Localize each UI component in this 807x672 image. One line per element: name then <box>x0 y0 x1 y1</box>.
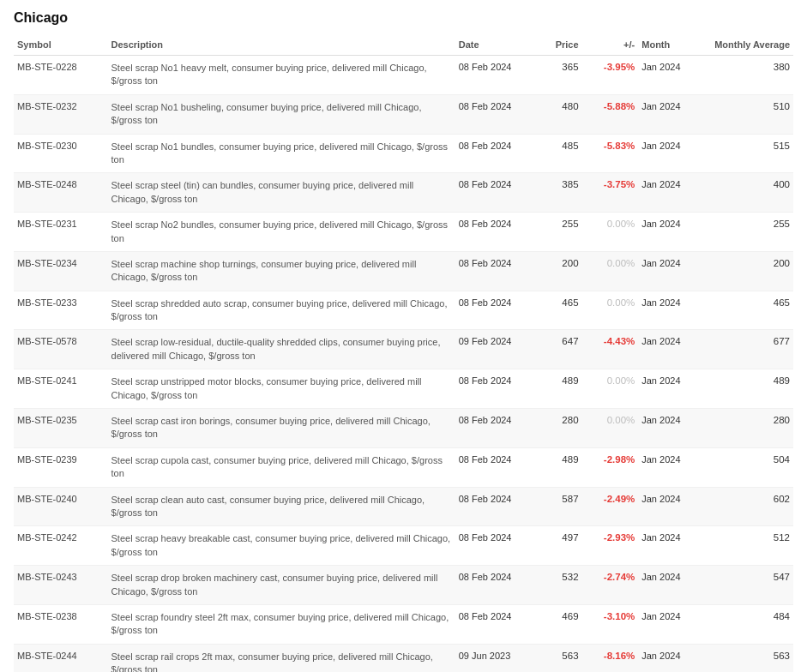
cell-change: -3.75% <box>582 173 639 213</box>
cell-month: Jan 2024 <box>638 330 699 369</box>
cell-date: 08 Feb 2024 <box>455 291 535 330</box>
cell-description: Steel scrap No2 bundles, consumer buying… <box>108 213 455 252</box>
page-title: Chicago <box>14 10 793 26</box>
cell-price: 489 <box>535 369 582 409</box>
cell-avg: 255 <box>699 213 793 252</box>
cell-symbol: MB-STE-0230 <box>14 134 108 173</box>
cell-avg: 484 <box>699 604 793 644</box>
table-row: MB-STE-0248 Steel scrap steel (tin) can … <box>14 173 793 213</box>
cell-price: 200 <box>535 251 582 291</box>
table-row: MB-STE-0232 Steel scrap No1 busheling, c… <box>14 94 793 134</box>
cell-price: 489 <box>535 447 582 487</box>
table-body: MB-STE-0228 Steel scrap No1 heavy melt, … <box>14 56 793 673</box>
cell-avg: 547 <box>699 566 793 605</box>
cell-date: 08 Feb 2024 <box>455 487 535 526</box>
cell-price: 497 <box>535 526 582 566</box>
cell-month: Jan 2024 <box>638 291 699 330</box>
cell-description: Steel scrap low-residual, ductile-qualit… <box>108 330 455 369</box>
header-date: Date <box>455 34 535 56</box>
cell-avg: 280 <box>699 409 793 448</box>
cell-month: Jan 2024 <box>638 566 699 605</box>
cell-symbol: MB-STE-0233 <box>14 291 108 330</box>
cell-month: Jan 2024 <box>638 369 699 409</box>
table-row: MB-STE-0240 Steel scrap clean auto cast,… <box>14 487 793 526</box>
prices-table: Symbol Description Date Price +/- Month … <box>14 34 793 672</box>
cell-change: 0.00% <box>582 369 639 409</box>
cell-description: Steel scrap machine shop turnings, consu… <box>108 251 455 291</box>
header-month: Month <box>638 34 699 56</box>
header-symbol: Symbol <box>14 34 108 56</box>
cell-description: Steel scrap heavy breakable cast, consum… <box>108 526 455 566</box>
cell-change: -8.16% <box>582 644 639 672</box>
cell-date: 08 Feb 2024 <box>455 409 535 448</box>
table-row: MB-STE-0233 Steel scrap shredded auto sc… <box>14 291 793 330</box>
cell-avg: 510 <box>699 94 793 134</box>
cell-month: Jan 2024 <box>638 644 699 672</box>
table-row: MB-STE-0238 Steel scrap foundry steel 2f… <box>14 604 793 644</box>
cell-symbol: MB-STE-0239 <box>14 447 108 487</box>
cell-month: Jan 2024 <box>638 56 699 95</box>
table-row: MB-STE-0228 Steel scrap No1 heavy melt, … <box>14 56 793 95</box>
table-row: MB-STE-0242 Steel scrap heavy breakable … <box>14 526 793 566</box>
cell-avg: 380 <box>699 56 793 95</box>
cell-description: Steel scrap No1 heavy melt, consumer buy… <box>108 56 455 95</box>
cell-date: 08 Feb 2024 <box>455 134 535 173</box>
cell-change: -4.43% <box>582 330 639 369</box>
cell-avg: 602 <box>699 487 793 526</box>
header-price: Price <box>535 34 582 56</box>
cell-month: Jan 2024 <box>638 409 699 448</box>
table-row: MB-STE-0235 Steel scrap cast iron boring… <box>14 409 793 448</box>
cell-price: 480 <box>535 94 582 134</box>
cell-description: Steel scrap steel (tin) can bundles, con… <box>108 173 455 213</box>
table-row: MB-STE-0234 Steel scrap machine shop tur… <box>14 251 793 291</box>
cell-change: -2.49% <box>582 487 639 526</box>
cell-description: Steel scrap shredded auto scrap, consume… <box>108 291 455 330</box>
cell-description: Steel scrap No1 bundles, consumer buying… <box>108 134 455 173</box>
cell-price: 485 <box>535 134 582 173</box>
cell-month: Jan 2024 <box>638 134 699 173</box>
cell-avg: 512 <box>699 526 793 566</box>
cell-description: Steel scrap clean auto cast, consumer bu… <box>108 487 455 526</box>
cell-description: Steel scrap foundry steel 2ft max, consu… <box>108 604 455 644</box>
cell-change: -2.74% <box>582 566 639 605</box>
cell-symbol: MB-STE-0241 <box>14 369 108 409</box>
cell-change: -2.98% <box>582 447 639 487</box>
cell-avg: 400 <box>699 173 793 213</box>
cell-date: 08 Feb 2024 <box>455 56 535 95</box>
cell-price: 280 <box>535 409 582 448</box>
header-monthly-average: Monthly Average <box>699 34 793 56</box>
header-description: Description <box>108 34 455 56</box>
cell-description: Steel scrap drop broken machinery cast, … <box>108 566 455 605</box>
cell-date: 08 Feb 2024 <box>455 94 535 134</box>
cell-symbol: MB-STE-0235 <box>14 409 108 448</box>
cell-month: Jan 2024 <box>638 94 699 134</box>
cell-description: Steel scrap cupola cast, consumer buying… <box>108 447 455 487</box>
cell-change: 0.00% <box>582 213 639 252</box>
cell-description: Steel scrap No1 busheling, consumer buyi… <box>108 94 455 134</box>
cell-price: 647 <box>535 330 582 369</box>
cell-symbol: MB-STE-0228 <box>14 56 108 95</box>
cell-change: -2.93% <box>582 526 639 566</box>
cell-symbol: MB-STE-0242 <box>14 526 108 566</box>
cell-symbol: MB-STE-0248 <box>14 173 108 213</box>
cell-avg: 489 <box>699 369 793 409</box>
cell-month: Jan 2024 <box>638 251 699 291</box>
cell-symbol: MB-STE-0234 <box>14 251 108 291</box>
cell-symbol: MB-STE-0578 <box>14 330 108 369</box>
cell-change: -3.10% <box>582 604 639 644</box>
cell-month: Jan 2024 <box>638 213 699 252</box>
cell-avg: 677 <box>699 330 793 369</box>
cell-description: Steel scrap cast iron borings, consumer … <box>108 409 455 448</box>
table-row: MB-STE-0578 Steel scrap low-residual, du… <box>14 330 793 369</box>
table-row: MB-STE-0243 Steel scrap drop broken mach… <box>14 566 793 605</box>
cell-symbol: MB-STE-0238 <box>14 604 108 644</box>
cell-price: 587 <box>535 487 582 526</box>
cell-date: 08 Feb 2024 <box>455 251 535 291</box>
cell-change: -5.83% <box>582 134 639 173</box>
cell-description: Steel scrap unstripped motor blocks, con… <box>108 369 455 409</box>
cell-date: 09 Jun 2023 <box>455 644 535 672</box>
cell-avg: 515 <box>699 134 793 173</box>
cell-date: 08 Feb 2024 <box>455 526 535 566</box>
cell-change: 0.00% <box>582 291 639 330</box>
cell-price: 563 <box>535 644 582 672</box>
